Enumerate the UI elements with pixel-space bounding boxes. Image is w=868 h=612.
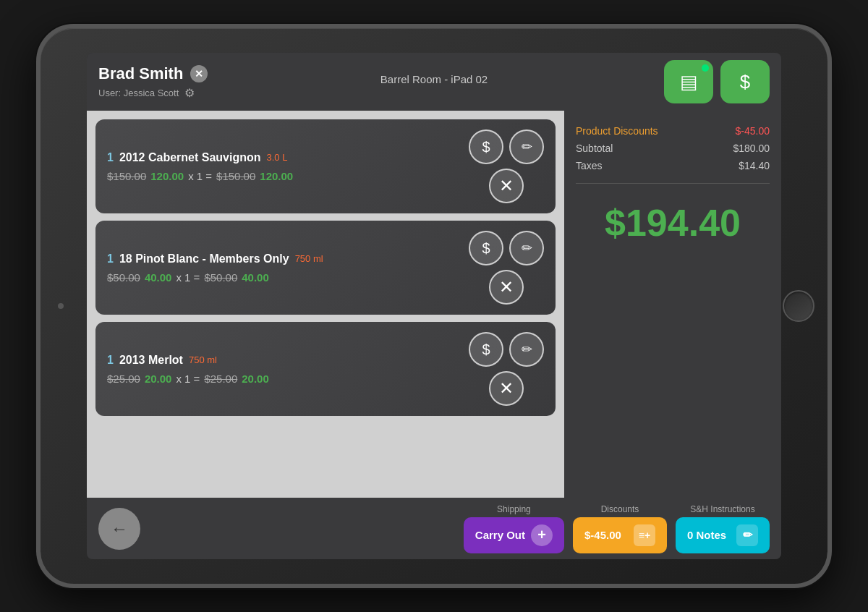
item-title-row: 1 18 Pinot Blanc - Members Only 750 ml [107,252,469,265]
item-name: 18 Pinot Blanc - Members Only [119,252,289,265]
customer-name: Brad Smith [98,64,183,83]
discounts-label: Discounts [601,504,639,514]
price-original: $50.00 [107,271,140,284]
total-original: $25.00 [204,373,237,385]
item-qty: 1 [107,252,114,265]
edit-discounts-icon: ≡+ [634,524,655,546]
item-action-row-top: $ ✏ [469,231,544,265]
item-discount-button[interactable]: $ [469,129,503,164]
item-discount-button[interactable]: $ [469,332,503,367]
discounts-button[interactable]: $-45.00 ≡+ [573,517,667,553]
user-section: User: Jessica Scott ⚙ [98,86,208,100]
item-name: 2012 Cabernet Sauvignon [119,151,261,164]
product-discounts-value: $-45.00 [736,125,770,137]
price-discounted: 40.00 [145,271,172,284]
item-actions: $ ✏ ✕ [469,231,544,305]
item-info: 1 18 Pinot Blanc - Members Only 750 ml $… [107,252,469,284]
order-panel: 1 2012 Cabernet Sauvignon 3.0 L $150.00 … [87,111,564,498]
price-multiplier: x 1 = [188,170,212,182]
total-discounted: 20.00 [242,373,269,385]
close-customer-button[interactable]: ✕ [190,65,208,82]
item-discount-button[interactable]: $ [469,231,503,265]
item-qty: 1 [107,151,114,164]
item-remove-button[interactable]: ✕ [489,371,524,406]
item-pricing: $50.00 40.00 x 1 = $50.00 40.00 [107,271,469,284]
item-remove-button[interactable]: ✕ [489,270,524,305]
side-button [58,303,64,309]
price-multiplier: x 1 = [176,373,200,385]
total-discounted: 120.00 [260,170,293,182]
total-original: $150.00 [216,170,255,182]
home-button[interactable] [783,290,814,322]
item-name: 2013 Merlot [119,354,183,367]
device-title: Barrel Room - iPad 02 [380,73,488,85]
price-original: $25.00 [107,373,140,385]
taxes-label: Taxes [576,160,603,171]
notes-button[interactable]: 0 Notes ✏ [676,517,770,553]
header: Brad Smith ✕ User: Jessica Scott ⚙ Barre… [87,53,781,111]
card-reader-icon: ▤ [680,71,698,93]
item-actions: $ ✏ ✕ [469,332,544,406]
price-multiplier: x 1 = [176,271,200,284]
total-original: $50.00 [204,271,237,284]
payment-button[interactable]: $ [720,60,770,103]
notes-value: 0 Notes [687,529,726,541]
back-button[interactable]: ← [98,508,140,550]
subtotal-label: Subtotal [576,143,613,154]
item-edit-button[interactable]: ✏ [509,129,544,164]
item-volume: 750 ml [295,253,323,264]
discounts-value: $-45.00 [584,529,621,541]
settings-icon[interactable]: ⚙ [184,86,195,100]
order-item: 1 18 Pinot Blanc - Members Only 750 ml $… [95,221,556,315]
item-pricing: $25.00 20.00 x 1 = $25.00 20.00 [107,373,469,385]
shipping-label: Shipping [497,504,531,514]
shipping-section: Shipping Carry Out + [464,504,564,553]
summary-divider [576,183,770,184]
price-discounted: 120.00 [150,170,184,182]
item-edit-button[interactable]: ✏ [509,332,544,367]
item-pricing: $150.00 120.00 x 1 = $150.00 120.00 [107,170,469,182]
discounts-section: Discounts $-45.00 ≡+ [573,504,667,553]
taxes-value: $14.40 [739,160,770,171]
add-shipping-icon: + [531,524,553,546]
main-content: 1 2012 Cabernet Sauvignon 3.0 L $150.00 … [87,111,781,498]
carry-out-label: Carry Out [475,529,525,541]
taxes-line: Taxes $14.40 [576,160,770,171]
order-item: 1 2012 Cabernet Sauvignon 3.0 L $150.00 … [95,119,556,213]
price-original: $150.00 [107,170,146,182]
footer-actions: Shipping Carry Out + Discounts $-45.00 ≡… [464,504,770,553]
customer-section: Brad Smith ✕ [98,64,208,83]
edit-notes-icon: ✏ [736,524,758,546]
item-volume: 750 ml [189,354,217,365]
connection-status-dot [702,64,709,72]
summary-panel: Product Discounts $-45.00 Subtotal $180.… [564,111,781,498]
product-discounts-line: Product Discounts $-45.00 [576,125,770,137]
payment-icon: $ [740,71,750,93]
subtotal-line: Subtotal $180.00 [576,143,770,154]
footer: ← Shipping Carry Out + Discounts $-45.00 [87,498,781,559]
product-discounts-label: Product Discounts [576,125,658,137]
item-title-row: 1 2012 Cabernet Sauvignon 3.0 L [107,151,469,164]
total-amount: $194.40 [576,201,770,245]
item-info: 1 2012 Cabernet Sauvignon 3.0 L $150.00 … [107,151,469,182]
total-discounted: 40.00 [242,271,269,284]
item-actions: $ ✏ ✕ [469,129,544,203]
carry-out-button[interactable]: Carry Out + [464,517,564,553]
screen: Brad Smith ✕ User: Jessica Scott ⚙ Barre… [87,53,781,559]
order-item: 1 2013 Merlot 750 ml $25.00 20.00 x 1 = … [95,322,556,416]
sh-label: S&H Instructions [690,504,754,514]
header-left: Brad Smith ✕ User: Jessica Scott ⚙ [98,64,208,100]
item-action-row-top: $ ✏ [469,129,544,164]
sh-instructions-section: S&H Instructions 0 Notes ✏ [676,504,770,553]
user-label: User: Jessica Scott [98,88,179,98]
device: Brad Smith ✕ User: Jessica Scott ⚙ Barre… [36,24,832,588]
item-volume: 3.0 L [267,152,288,163]
item-info: 1 2013 Merlot 750 ml $25.00 20.00 x 1 = … [107,354,469,385]
header-buttons: ▤ $ [664,60,770,103]
item-qty: 1 [107,354,114,367]
item-remove-button[interactable]: ✕ [489,169,524,203]
item-edit-button[interactable]: ✏ [509,231,544,265]
item-action-row-top: $ ✏ [469,332,544,367]
subtotal-value: $180.00 [733,143,770,154]
card-reader-button[interactable]: ▤ [664,60,713,103]
